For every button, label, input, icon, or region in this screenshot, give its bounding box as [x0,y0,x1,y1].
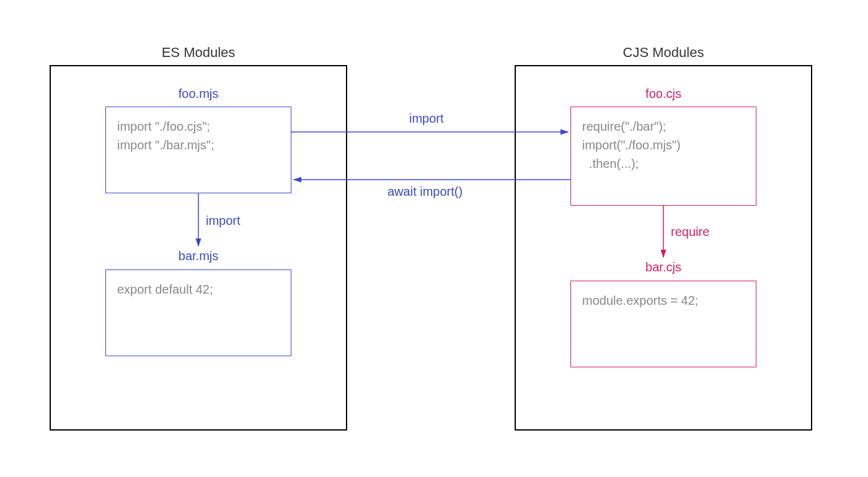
es-import-arrow-label: import [206,214,241,228]
cross-await-import-arrow-label: await import() [388,185,463,199]
bar-mjs-title: bar.mjs [105,249,291,263]
bar-cjs-box: module.exports = 42; [570,281,756,367]
foo-cjs-box: require("./bar"); import("./foo.mjs") .t… [570,107,756,206]
foo-mjs-code-line-2: import "./bar.mjs"; [117,136,280,154]
bar-mjs-box: export default 42; [105,269,291,356]
bar-cjs-title: bar.cjs [570,260,756,274]
cjs-modules-title: CJS Modules [515,45,812,61]
cjs-require-arrow-label: require [671,225,709,239]
foo-mjs-title: foo.mjs [105,87,291,101]
foo-cjs-code-line-3: .then(...); [582,154,745,173]
foo-cjs-code-line-2: import("./foo.mjs") [582,136,745,154]
foo-cjs-code-line-1: require("./bar"); [582,117,745,136]
cross-import-arrow-label: import [409,112,444,126]
foo-mjs-box: import "./foo.cjs"; import "./bar.mjs"; [105,107,291,193]
bar-mjs-code-line-1: export default 42; [117,280,280,299]
es-modules-title: ES Modules [50,45,347,61]
foo-cjs-title: foo.cjs [570,87,756,101]
bar-cjs-code-line-1: module.exports = 42; [582,291,745,310]
foo-mjs-code-line-1: import "./foo.cjs"; [117,117,280,136]
